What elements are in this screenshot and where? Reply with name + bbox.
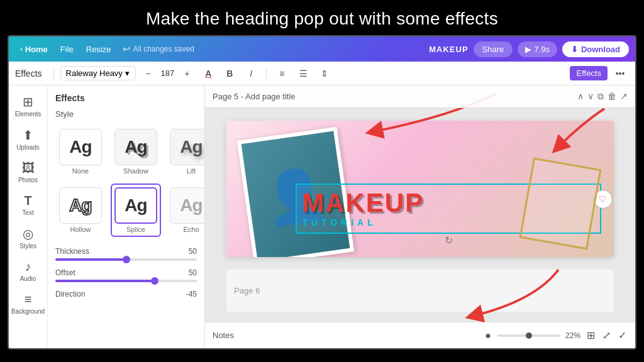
sidebar-item-background[interactable]: ≡ Background <box>11 288 46 319</box>
thickness-track[interactable] <box>55 258 197 261</box>
rotate-handle[interactable]: ↻ <box>445 234 453 246</box>
outer-title: Make the heading pop out with some effec… <box>0 0 644 35</box>
chevron-up-icon[interactable]: ∧ <box>577 91 584 102</box>
more-btn[interactable]: ••• <box>611 65 629 82</box>
text-label: Text <box>22 209 33 216</box>
sidebar-item-text[interactable]: T Text <box>11 190 46 220</box>
zoom-percent: 22% <box>565 331 580 340</box>
style-echo[interactable]: Ag Echo <box>166 184 205 237</box>
font-size-decrease-btn[interactable]: − <box>140 65 157 82</box>
style-splice[interactable]: Ag Splice <box>111 184 161 237</box>
add-page-icon[interactable]: ↗ <box>620 91 628 102</box>
nav-resize-btn[interactable]: Resize <box>81 42 116 57</box>
style-echo-label: Echo <box>183 226 199 233</box>
nav-file-btn[interactable]: File <box>55 42 79 57</box>
style-lift[interactable]: Ag Lift <box>166 125 205 178</box>
font-color-btn[interactable]: A <box>199 65 217 82</box>
font-selector[interactable]: Raleway Heavy ▾ <box>60 66 136 80</box>
style-shadow[interactable]: Ag Shadow <box>111 125 161 178</box>
download-button[interactable]: ⬇ Download <box>562 41 629 57</box>
align-btn[interactable]: ≡ <box>273 65 291 82</box>
audio-label: Audio <box>20 275 36 282</box>
canvas-area: Page 5 - Add page title ∧ ∨ ⧉ 🗑 ↗ <box>205 85 635 348</box>
style-hollow[interactable]: Ag Hollow <box>55 184 106 237</box>
style-splice-label: Splice <box>126 226 145 233</box>
style-hollow-label: Hollow <box>70 226 91 233</box>
saved-status: ↩ All changes saved <box>123 43 194 55</box>
canvas-page-5[interactable]: 👤 MAKEUP TUTORIAL ♡ ↻ <box>226 121 614 257</box>
offset-thumb[interactable] <box>151 277 158 285</box>
audio-icon: ♪ <box>25 260 31 274</box>
nav-home-label: Home <box>25 45 48 54</box>
thickness-thumb[interactable] <box>123 256 130 263</box>
style-hollow-preview: Ag <box>59 187 102 224</box>
sidebar-item-styles[interactable]: ◎ Styles <box>11 222 46 253</box>
grid-icon[interactable]: ⊞ <box>587 329 595 341</box>
effects-active-btn[interactable]: Effects <box>570 66 608 80</box>
font-size-value: 187 <box>161 69 175 78</box>
sidebar-item-uploads[interactable]: ⬆ Uploads <box>11 124 46 155</box>
thickness-fill <box>55 258 126 261</box>
chevron-left-icon: ‹ <box>20 45 23 53</box>
zoom-thumb[interactable] <box>526 332 532 339</box>
uploads-label: Uploads <box>16 144 40 151</box>
style-none-label: None <box>72 167 89 175</box>
effects-panel-title: Effects <box>55 93 197 103</box>
offset-label: Offset <box>55 268 75 277</box>
toolbar-divider-1 <box>53 67 54 80</box>
spacing-btn[interactable]: ⇕ <box>316 65 333 82</box>
delete-page-icon[interactable]: 🗑 <box>608 91 616 102</box>
style-none[interactable]: Ag None <box>55 125 106 178</box>
page-nav-icons: ∧ ∨ ⧉ 🗑 ↗ <box>577 91 628 102</box>
text-icon: T <box>24 194 31 208</box>
style-shadow-label: Shadow <box>123 167 148 175</box>
main-content: ⊞ Elements ⬆ Uploads 🖼 Photos T Text ◎ <box>9 85 635 348</box>
list-btn[interactable]: ☰ <box>294 65 312 82</box>
timer-button[interactable]: ▶ 7.9s <box>518 41 557 57</box>
font-size-increase-btn[interactable]: + <box>178 65 196 82</box>
expand-icon[interactable]: ⤢ <box>602 329 611 341</box>
style-splice-preview: Ag <box>114 187 157 224</box>
elements-label: Elements <box>15 111 42 118</box>
timer-value: 7.9s <box>534 45 550 54</box>
zoom-track[interactable] <box>497 334 560 337</box>
icon-sidebar: ⊞ Elements ⬆ Uploads 🖼 Photos T Text ◎ <box>9 85 48 348</box>
sidebar-item-audio[interactable]: ♪ Audio <box>11 256 46 286</box>
share-button[interactable]: Share <box>474 41 513 57</box>
thickness-value: 50 <box>189 247 197 256</box>
font-dropdown-icon: ▾ <box>125 69 130 78</box>
zoom-slider <box>497 334 560 337</box>
undo-icon[interactable]: ↩ <box>123 43 131 55</box>
elements-icon: ⊞ <box>23 94 33 109</box>
direction-label: Direction <box>55 290 85 299</box>
toolbar: Effects Raleway Heavy ▾ − 187 + A B I ≡ … <box>9 62 635 85</box>
italic-btn[interactable]: I <box>242 65 260 82</box>
direction-value: -45 <box>186 290 197 299</box>
toolbar-effects-label: Effects <box>15 69 42 79</box>
nav-home-btn[interactable]: ‹ Home <box>15 42 53 57</box>
photos-label: Photos <box>18 177 38 184</box>
style-lift-label: Lift <box>187 167 196 175</box>
chevron-down-icon[interactable]: ∨ <box>587 91 594 102</box>
canvas-content: 👤 MAKEUP TUTORIAL ♡ ↻ <box>205 108 635 322</box>
copy-page-icon[interactable]: ⧉ <box>597 91 604 102</box>
offset-track[interactable] <box>55 280 197 282</box>
top-nav: ‹ Home File Resize ↩ All changes saved M… <box>9 36 635 62</box>
sidebar-item-photos[interactable]: 🖼 Photos <box>11 157 46 187</box>
style-section-label: Style <box>55 109 197 119</box>
page-nav: Page 5 - Add page title ∧ ∨ ⧉ 🗑 ↗ <box>205 85 635 108</box>
offset-fill <box>55 280 155 282</box>
sidebar-item-elements[interactable]: ⊞ Elements <box>11 90 46 121</box>
page6-label: Page 6 <box>234 286 260 295</box>
bold-btn[interactable]: B <box>221 65 238 82</box>
thickness-label: Thickness <box>55 247 89 256</box>
style-none-preview: Ag <box>59 129 102 165</box>
styles-label: Styles <box>19 243 36 250</box>
direction-section: Direction -45 <box>55 290 197 299</box>
saved-text: All changes saved <box>133 45 194 53</box>
style-lift-preview: Ag <box>170 129 205 165</box>
style-shadow-preview: Ag <box>114 129 157 165</box>
bottom-bar: Notes ● 22% ⊞ ⤢ ✓ <box>205 322 635 348</box>
background-label: Background <box>11 308 45 315</box>
check-icon[interactable]: ✓ <box>618 329 626 341</box>
